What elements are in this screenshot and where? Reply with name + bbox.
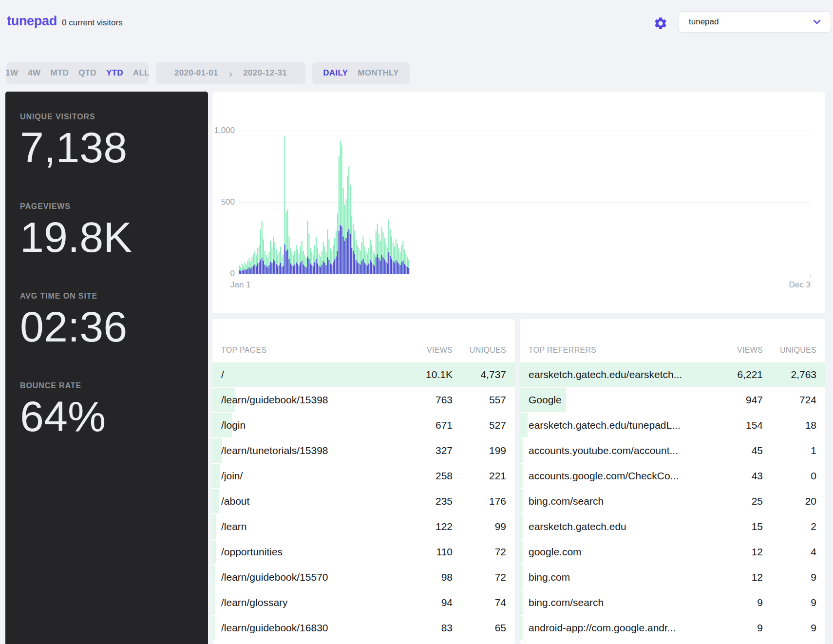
- stat-value: 64%: [20, 394, 198, 439]
- row-label: /about: [221, 495, 399, 507]
- y-tick-0: 0: [212, 269, 235, 279]
- row-label: earsketch.gatech.edu/earsketch...: [529, 369, 709, 380]
- row-uniques: 724: [763, 394, 816, 406]
- row-uniques: 2,763: [763, 369, 816, 380]
- stats-sidebar: UNIQUE VISITORS 7,138 PAGEVIEWS 19.8K AV…: [5, 92, 208, 644]
- row-views: 12: [709, 571, 763, 583]
- traffic-chart-card: 1,000 500 0 Jan 1 Dec 3: [212, 92, 825, 313]
- settings-gear-icon[interactable]: [653, 16, 668, 31]
- row-label: /learn/guidebook/15398: [221, 394, 399, 406]
- views-share-bar: [520, 489, 523, 513]
- row-label: /learn/glossary: [221, 597, 399, 608]
- table-row[interactable]: Google947724: [520, 387, 825, 413]
- date-from-input[interactable]: 2020-01-01: [170, 68, 223, 78]
- views-share-bar: [520, 464, 523, 488]
- row-label: /learn: [221, 521, 399, 532]
- stat-value: 7,138: [20, 125, 198, 170]
- row-uniques: 74: [453, 597, 506, 608]
- range-1w[interactable]: 1W: [0, 68, 23, 78]
- table-row[interactable]: /learn/guidebook/15398763557: [212, 387, 515, 413]
- table-row[interactable]: /learn/guidebook/155709872: [212, 565, 515, 590]
- range-qtd[interactable]: QTD: [74, 68, 101, 78]
- views-share-bar: [212, 489, 219, 513]
- date-to-input[interactable]: 2020-12-31: [238, 68, 292, 78]
- row-label: bing.com: [529, 571, 709, 583]
- row-uniques: 99: [453, 521, 506, 532]
- row-uniques: 4,737: [453, 369, 506, 380]
- views-share-bar: [212, 464, 220, 488]
- app-logo[interactable]: tunepad: [7, 14, 57, 29]
- views-share-bar: [520, 590, 523, 615]
- row-label: /login: [221, 419, 399, 431]
- axis-tick-right: [810, 274, 811, 278]
- row-uniques: 65: [453, 622, 506, 634]
- table-row[interactable]: /learn/guidebook/168308365: [212, 615, 515, 641]
- views-share-bar: [520, 438, 523, 463]
- row-views: 83: [399, 622, 453, 634]
- table-row[interactable]: earsketch.gatech.edu152: [520, 514, 825, 539]
- table-row[interactable]: /about235176: [212, 489, 515, 514]
- table-row[interactable]: earsketch.gatech.edu/tunepadL...15418: [520, 413, 825, 438]
- table-row[interactable]: /login671527: [212, 413, 515, 438]
- y-tick-500: 500: [212, 197, 235, 207]
- granularity-toggle: DAILY MONTHLY: [312, 62, 410, 84]
- table-row[interactable]: /learn/glossary9474: [212, 590, 515, 615]
- table-row[interactable]: android-app://com.google.andr...99: [520, 615, 825, 641]
- table-row[interactable]: /10.1K4,737: [212, 362, 515, 387]
- row-views: 94: [399, 597, 453, 608]
- x-tick-start: Jan 1: [230, 280, 251, 290]
- row-uniques: 18: [763, 419, 816, 431]
- chevron-right-icon: ›: [226, 68, 235, 78]
- top-pages-header: TOP PAGES VIEWS UNIQUES: [212, 345, 515, 355]
- site-selector-dropdown[interactable]: tunepad: [679, 11, 831, 33]
- table-row[interactable]: /opportunities11072: [212, 539, 515, 565]
- views-share-bar: [212, 590, 215, 615]
- traffic-chart-bars[interactable]: [239, 131, 811, 274]
- range-4w[interactable]: 4W: [23, 68, 45, 78]
- table-row[interactable]: /join/258221: [212, 463, 515, 489]
- stat-label: AVG TIME ON SITE: [20, 292, 198, 301]
- granularity-daily[interactable]: DAILY: [318, 68, 353, 78]
- table-row[interactable]: bing.com129: [520, 565, 825, 590]
- row-views: 45: [709, 445, 763, 456]
- range-mtd[interactable]: MTD: [45, 68, 74, 78]
- table-row[interactable]: /learn/tunetorials/15398327199: [212, 438, 515, 463]
- top-referrers-header: TOP REFERRERS VIEWS UNIQUES: [520, 345, 825, 355]
- row-views: 258: [399, 470, 453, 482]
- uniques-col-header: UNIQUES: [763, 346, 816, 355]
- table-row[interactable]: accounts.youtube.com/account...451: [520, 438, 825, 463]
- table-row[interactable]: google.com124: [520, 539, 825, 565]
- row-views: 43: [709, 470, 763, 482]
- table-row[interactable]: accounts.google.com/CheckCo...430: [520, 463, 825, 489]
- row-label: accounts.google.com/CheckCo...: [529, 470, 709, 482]
- views-share-bar: [212, 540, 216, 564]
- stat-label: UNIQUE VISITORS: [20, 113, 198, 121]
- range-all[interactable]: ALL: [128, 68, 154, 78]
- stat-value: 02:36: [20, 304, 198, 349]
- views-share-bar: [520, 514, 523, 539]
- top-referrers-card: TOP REFERRERS VIEWS UNIQUES earsketch.ga…: [520, 319, 825, 644]
- granularity-monthly[interactable]: MONTHLY: [353, 68, 404, 78]
- table-row[interactable]: bing.com/search99: [520, 590, 825, 615]
- range-ytd[interactable]: YTD: [101, 68, 128, 78]
- row-uniques: 176: [453, 495, 506, 507]
- table-row[interactable]: bing.com/search2520: [520, 489, 825, 514]
- row-views: 947: [709, 394, 763, 406]
- row-label: /learn/tunetorials/15398: [221, 445, 399, 456]
- stat-unique-visitors: UNIQUE VISITORS 7,138: [20, 113, 198, 170]
- row-uniques: 9: [763, 571, 816, 583]
- table-row[interactable]: /learn12299: [212, 514, 515, 539]
- stat-avg-time-on-site: AVG TIME ON SITE 02:36: [20, 292, 198, 349]
- row-label: earsketch.gatech.edu: [529, 521, 709, 532]
- views-share-bar: [520, 616, 523, 640]
- row-views: 9: [709, 622, 763, 634]
- row-uniques: 199: [453, 445, 506, 456]
- row-uniques: 4: [763, 546, 816, 558]
- uniques-col-header: UNIQUES: [453, 346, 506, 355]
- row-views: 763: [399, 394, 453, 406]
- gear-icon: [653, 16, 668, 31]
- row-uniques: 72: [453, 571, 506, 583]
- table-row[interactable]: earsketch.gatech.edu/earsketch...6,2212,…: [520, 362, 825, 387]
- row-uniques: 9: [763, 622, 816, 634]
- row-uniques: 2: [763, 521, 816, 532]
